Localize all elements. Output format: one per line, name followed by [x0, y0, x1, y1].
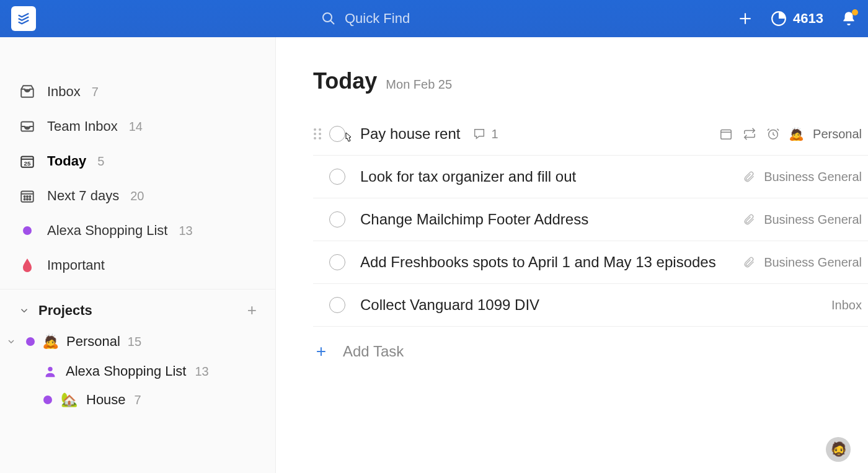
task-checkbox[interactable] — [329, 297, 345, 313]
sidebar-label: Next 7 days — [47, 188, 119, 204]
svg-point-15 — [27, 198, 28, 200]
person-icon — [43, 365, 57, 378]
repeat-icon[interactable] — [743, 127, 756, 141]
sidebar: Inbox 7 Team Inbox 14 25 Today 5 Next 7 … — [0, 37, 276, 473]
chevron-down-icon — [19, 305, 30, 316]
calendar-icon — [19, 187, 36, 205]
task-project[interactable]: Personal — [813, 127, 862, 141]
sidebar-count: 20 — [130, 189, 144, 203]
task-row[interactable]: Pay house rent 1 🙇 Personal — [313, 113, 868, 156]
chevron-down-icon — [6, 337, 19, 347]
task-row[interactable]: Look for tax organizer and fill out Busi… — [313, 156, 868, 198]
task-row[interactable]: Add Freshbooks spots to April 1 and May … — [313, 241, 868, 284]
sidebar-count: 5 — [97, 154, 104, 169]
sidebar-count: 7 — [92, 85, 99, 99]
sidebar-label: Important — [47, 257, 105, 273]
sidebar-item-alexa[interactable]: Alexa Shopping List 13 — [0, 213, 275, 248]
drag-handle-icon[interactable] — [313, 128, 324, 140]
add-task-icon[interactable] — [737, 11, 753, 27]
task-checkbox[interactable] — [329, 169, 345, 185]
svg-point-0 — [323, 13, 332, 22]
sidebar-item-inbox[interactable]: Inbox 7 — [0, 74, 275, 109]
task-project[interactable]: Inbox — [831, 298, 862, 312]
task-checkbox[interactable] — [329, 211, 345, 228]
svg-point-18 — [314, 128, 316, 131]
task-row[interactable]: Change Mailchimp Footer Address Business… — [313, 198, 868, 241]
notifications-icon[interactable] — [841, 11, 857, 27]
add-project-button[interactable]: + — [247, 301, 257, 320]
sidebar-label: Alexa Shopping List — [47, 223, 167, 239]
add-task-button[interactable]: + Add Task — [313, 327, 868, 376]
task-comments[interactable]: 1 — [472, 127, 498, 141]
task-project[interactable]: Business General — [764, 255, 862, 270]
reminder-icon[interactable] — [766, 127, 780, 141]
svg-text:25: 25 — [24, 160, 31, 167]
cursor-icon — [342, 131, 354, 146]
attachment-icon — [743, 256, 755, 268]
karma-icon — [771, 11, 787, 27]
project-color-dot — [26, 337, 35, 346]
sidebar-item-next7[interactable]: Next 7 days 20 — [0, 179, 275, 213]
view-date: Mon Feb 25 — [386, 77, 452, 92]
sidebar-count: 13 — [179, 224, 192, 238]
svg-point-13 — [29, 196, 30, 197]
sidebar-label: Today — [47, 153, 86, 169]
project-item-house[interactable]: 🏡 House 7 — [0, 386, 275, 414]
comment-count: 1 — [491, 127, 498, 141]
task-checkbox[interactable] — [329, 254, 345, 270]
svg-point-23 — [319, 137, 321, 139]
user-avatar[interactable]: 🧔 — [826, 437, 851, 462]
top-right-controls: 4613 — [737, 11, 857, 27]
karma-value: 4613 — [793, 11, 823, 27]
team-inbox-icon — [19, 118, 36, 135]
project-count: 15 — [128, 335, 141, 349]
project-emoji: 🙇 — [42, 334, 59, 350]
task-checkbox[interactable] — [329, 126, 345, 142]
svg-point-11 — [24, 196, 25, 197]
sidebar-label: Inbox — [47, 84, 81, 100]
project-color-dot — [43, 396, 52, 404]
task-row[interactable]: Collect Vanguard 1099 DIV Inbox — [313, 284, 868, 327]
add-task-label: Add Task — [343, 343, 404, 360]
sidebar-item-today[interactable]: 25 Today 5 — [0, 144, 275, 179]
svg-point-20 — [314, 133, 316, 135]
svg-point-22 — [314, 137, 316, 139]
attachment-icon — [743, 213, 755, 226]
task-project[interactable]: Business General — [764, 170, 862, 184]
inbox-icon — [19, 83, 36, 100]
project-label: Personal — [66, 334, 120, 350]
today-icon: 25 — [19, 153, 36, 170]
sidebar-item-important[interactable]: Important — [0, 248, 275, 283]
karma-score[interactable]: 4613 — [771, 11, 823, 27]
plus-icon: + — [313, 342, 329, 361]
projects-header[interactable]: Projects + — [0, 289, 275, 326]
sidebar-item-team-inbox[interactable]: Team Inbox 14 — [0, 109, 275, 144]
project-label: House — [86, 392, 126, 408]
svg-point-16 — [29, 198, 30, 200]
svg-line-1 — [330, 20, 334, 24]
task-project[interactable]: Business General — [764, 213, 862, 227]
svg-point-12 — [27, 196, 28, 197]
top-bar: Quick Find 4613 — [0, 0, 868, 37]
project-item-alexa[interactable]: Alexa Shopping List 13 — [0, 357, 275, 386]
project-emoji: 🏡 — [61, 392, 78, 408]
project-count: 7 — [135, 393, 141, 407]
sidebar-count: 14 — [129, 120, 143, 134]
task-title: Collect Vanguard 1099 DIV — [360, 296, 539, 314]
view-title: Today — [313, 68, 377, 94]
task-title: Change Mailchimp Footer Address — [360, 211, 588, 228]
app-logo[interactable] — [11, 6, 36, 31]
projects-label: Projects — [38, 303, 92, 319]
svg-point-19 — [319, 128, 321, 131]
project-item-personal[interactable]: 🙇 Personal 15 — [0, 326, 275, 357]
svg-rect-24 — [721, 130, 732, 139]
task-title: Add Freshbooks spots to April 1 and May … — [360, 254, 716, 271]
svg-point-21 — [319, 133, 321, 135]
project-emoji: 🙇 — [789, 126, 804, 141]
schedule-icon[interactable] — [719, 127, 733, 141]
sidebar-label: Team Inbox — [47, 118, 118, 135]
task-actions — [719, 127, 780, 141]
main-content: Today Mon Feb 25 Pay house rent 1 — [276, 37, 868, 473]
quick-find[interactable]: Quick Find — [321, 11, 410, 27]
project-count: 13 — [195, 365, 208, 379]
